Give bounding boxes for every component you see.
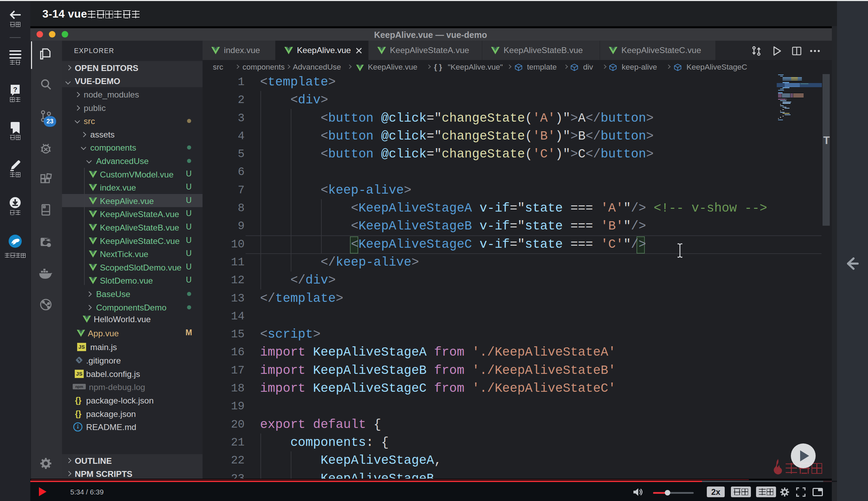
svg-text:?: ? — [13, 86, 17, 93]
